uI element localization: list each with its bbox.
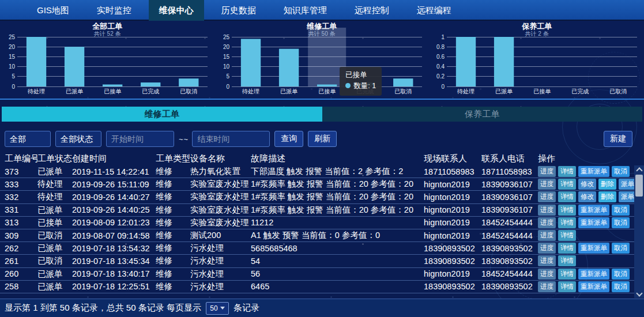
cell-fault-desc: 56 <box>251 269 424 278</box>
cell-status: 已取消 <box>37 255 72 266</box>
ytick-label: 0 <box>441 84 445 90</box>
table-row: 262已派单2019-07-18 13:54:32维修污水处理568568546… <box>0 242 644 255</box>
detail-button[interactable]: 详情 <box>558 205 576 216</box>
cell-site-contact: hignton2019 <box>424 180 481 189</box>
cell-fault-desc: 5685685468 <box>251 244 424 253</box>
cell-created-time: 2019-07-18 12:25:51 <box>72 282 156 291</box>
progress-button[interactable]: 进度 <box>538 191 556 202</box>
table-row: 260已派单2019-07-18 13:40:17维修污水处理56hignton… <box>0 268 644 281</box>
progress-button[interactable]: 进度 <box>538 281 556 292</box>
detail-button[interactable]: 详情 <box>558 269 576 280</box>
xtick-label: 待处理 <box>27 88 45 95</box>
scroll-down-icon[interactable] <box>634 290 644 298</box>
bar-已派单[interactable] <box>494 37 514 86</box>
cancel-button[interactable]: 取消 <box>612 269 630 280</box>
detail-button[interactable]: 详情 <box>558 179 576 190</box>
table-scrollbar[interactable] <box>634 165 644 298</box>
ytick-label: 20 <box>223 44 230 50</box>
scrollbar-thumb[interactable] <box>635 175 643 197</box>
detail-button[interactable]: 详情 <box>558 217 576 228</box>
page-size-select[interactable]: 50 <box>206 302 229 315</box>
cancel-button[interactable]: 取消 <box>612 281 630 292</box>
ytick-label: 5 <box>12 73 15 80</box>
search-button[interactable]: 查询 <box>274 131 303 147</box>
progress-button[interactable]: 进度 <box>538 179 556 190</box>
detail-button[interactable]: 详情 <box>558 166 576 177</box>
cell-fault-desc: 1#泵频率 触发 报警 当前值：20 参考值：20 <box>251 179 424 190</box>
delete-button[interactable]: 删除 <box>598 179 616 190</box>
detail-button[interactable]: 详情 <box>558 243 576 254</box>
bar-待处理[interactable] <box>456 37 476 86</box>
nav-item-history-data[interactable]: 历史数据 <box>211 0 266 21</box>
bar-已接单[interactable] <box>103 85 122 86</box>
redispatch-button[interactable]: 重新派单 <box>578 269 609 280</box>
nav-item-gis-map[interactable]: GIS地图 <box>27 0 80 21</box>
edit-button[interactable]: 修改 <box>578 191 596 202</box>
cell-created-time: 2019-08-07 09:14:58 <box>72 231 156 240</box>
tab-maintain-orders[interactable]: 保养工单 <box>322 107 643 122</box>
redispatch-button[interactable]: 重新派单 <box>578 281 609 292</box>
detail-button[interactable]: 详情 <box>558 255 576 266</box>
tab-repair-orders[interactable]: 维修工单 <box>2 107 322 122</box>
redispatch-button[interactable]: 重新派单 <box>578 205 609 216</box>
pagination-footer: 显示第 1 到第 50 条记录，总共 50 条记录 每页显示 50 条记录 <box>0 299 644 317</box>
cell-order-id: 309 <box>5 231 37 240</box>
bar-已派单[interactable] <box>65 47 84 86</box>
nav-item-knowledge-base[interactable]: 知识库管理 <box>273 0 337 21</box>
cell-fault-desc: 1#泵频率 触发 报警 当前值：20 参考值：20 <box>251 205 424 216</box>
column-header-contact-phone: 联系人电话 <box>481 153 538 164</box>
redispatch-button[interactable]: 重新派单 <box>578 243 609 254</box>
redispatch-button[interactable]: 重新派单 <box>578 166 609 177</box>
progress-button[interactable]: 进度 <box>538 255 556 266</box>
nav-item-maintenance-center[interactable]: 维保中心 <box>149 0 204 21</box>
chart-canvas: 保养工单共计 2 条00.20.40.60.81待处理已派单已接单已完成已取消 <box>430 21 644 100</box>
progress-button[interactable]: 进度 <box>538 230 556 241</box>
table-row: 313已接单2019-08-09 12:01:23维修实验室废水处理11212h… <box>0 217 644 229</box>
detail-button[interactable]: 详情 <box>558 191 576 202</box>
cancel-button[interactable]: 取消 <box>612 205 630 216</box>
end-date-input[interactable] <box>192 131 270 147</box>
scroll-up-icon[interactable] <box>634 165 644 173</box>
cell-status: 待处理 <box>37 179 72 190</box>
xtick-label: 待处理 <box>457 88 474 95</box>
cancel-button[interactable]: 取消 <box>612 217 630 228</box>
nav-item-remote-programming[interactable]: 远程编程 <box>406 0 462 21</box>
nav-item-realtime-monitor[interactable]: 实时监控 <box>86 0 142 21</box>
detail-button[interactable]: 详情 <box>558 281 576 292</box>
progress-button[interactable]: 进度 <box>538 243 556 254</box>
detail-button[interactable]: 详情 <box>558 230 576 241</box>
refresh-button[interactable]: 刷新 <box>308 131 337 147</box>
cell-fault-desc: A1 触发 预警 当前值：0 参考值：0 <box>251 230 424 241</box>
cell-status: 待处理 <box>37 191 72 202</box>
cell-device-name: 污水处理 <box>190 281 251 292</box>
bar-已取消[interactable] <box>393 78 413 86</box>
delete-button[interactable]: 删除 <box>598 191 616 202</box>
start-date-input[interactable] <box>106 131 174 147</box>
bar-已取消[interactable] <box>179 78 198 86</box>
progress-button[interactable]: 进度 <box>538 217 556 228</box>
cell-contact-phone: 18390936107 <box>481 180 538 189</box>
edit-button[interactable]: 修改 <box>578 179 596 190</box>
cell-order-id: 260 <box>5 269 37 278</box>
nav-item-remote-control[interactable]: 远程控制 <box>344 0 400 21</box>
cell-site-contact: 18390893502 <box>424 244 481 253</box>
cell-operations: 进度详情重新派单取消 <box>538 243 644 254</box>
progress-button[interactable]: 进度 <box>538 166 556 177</box>
status-filter-select[interactable]: 全部状态 <box>55 131 101 147</box>
column-header-order-type: 工单类型 <box>156 153 190 164</box>
cell-created-time: 2019-08-09 12:01:23 <box>72 218 156 227</box>
progress-button[interactable]: 进度 <box>538 205 556 216</box>
type-filter-select[interactable]: 全部 <box>5 131 51 147</box>
new-workorder-button[interactable]: 新建 <box>604 131 632 147</box>
cancel-button[interactable]: 取消 <box>612 243 630 254</box>
bar-已派单[interactable] <box>279 49 299 86</box>
progress-button[interactable]: 进度 <box>538 269 556 280</box>
workorder-table: 工单编号工单状态创建时间工单类型设备名称故障描述现场联系人联系人电话操作 373… <box>0 152 644 293</box>
bar-待处理[interactable] <box>27 37 46 86</box>
bar-已完成[interactable] <box>141 82 160 86</box>
chart-tooltip: 已接单数量: 1 <box>340 67 382 96</box>
redispatch-button[interactable]: 重新派单 <box>578 217 609 228</box>
bar-已接单[interactable] <box>317 85 337 86</box>
cancel-button[interactable]: 取消 <box>612 166 630 177</box>
bar-待处理[interactable] <box>241 39 261 86</box>
